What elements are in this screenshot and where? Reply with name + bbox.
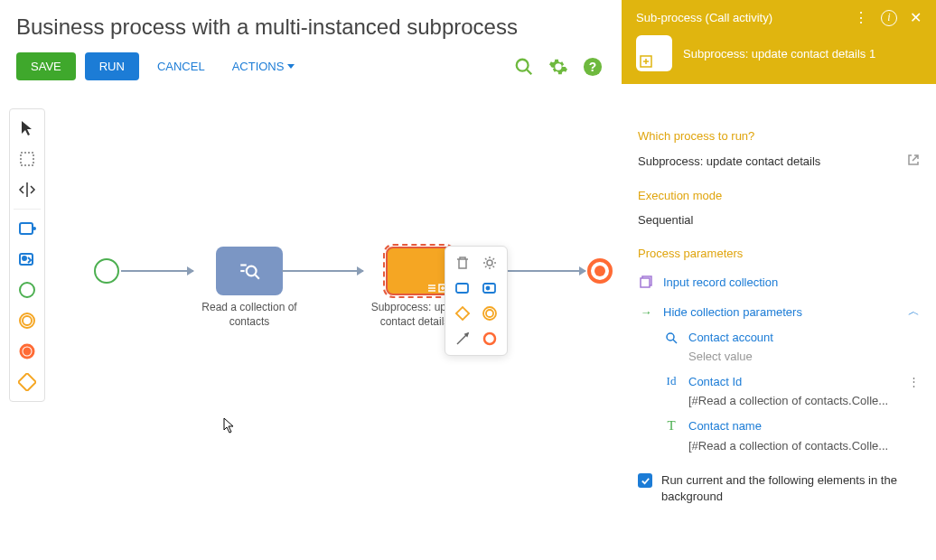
user-task-shape[interactable]	[14, 246, 41, 273]
multi-instance-icon	[427, 282, 436, 291]
svg-rect-6	[20, 223, 33, 234]
canvas[interactable]: Read a collection of contacts Subprocess…	[54, 108, 622, 560]
contact-id-param[interactable]: Contact Id	[688, 375, 742, 388]
execution-mode-label: Execution mode	[638, 189, 920, 202]
hide-collection-toggle[interactable]: Hide collection parameters	[663, 305, 802, 319]
svg-point-12	[23, 316, 32, 325]
sequence-flow[interactable]	[282, 270, 363, 272]
svg-point-29	[487, 287, 490, 290]
svg-rect-15	[18, 373, 36, 391]
start-event-shape[interactable]	[14, 276, 41, 303]
svg-text:?: ?	[589, 60, 596, 73]
end-event-option[interactable]	[479, 328, 501, 350]
execution-mode-value[interactable]: Sequential	[638, 213, 693, 227]
save-button[interactable]: SAVE	[16, 52, 76, 80]
svg-line-19	[256, 275, 259, 278]
svg-point-39	[667, 333, 674, 341]
input-record-link[interactable]: Input record collection	[663, 275, 778, 289]
page-title: Business process with a multi-instanced …	[16, 14, 605, 40]
element-name: Subprocess: update contact details 1	[683, 47, 875, 61]
svg-line-40	[673, 340, 677, 343]
intermediate-event-option[interactable]	[479, 303, 501, 324]
close-icon[interactable]: ✕	[910, 9, 922, 26]
collection-icon	[638, 275, 654, 289]
info-icon[interactable]: i	[881, 10, 897, 26]
svg-point-9	[23, 257, 26, 260]
contact-name-value[interactable]: [#Read a collection of contacts.Colle...	[663, 437, 920, 460]
more-icon[interactable]: ⋮	[908, 375, 920, 388]
more-icon[interactable]: ⋮	[854, 9, 868, 26]
svg-rect-27	[456, 284, 468, 293]
svg-point-14	[24, 349, 30, 354]
chevron-up-icon[interactable]: ︿	[908, 303, 920, 320]
task-shape-option[interactable]	[452, 277, 473, 299]
id-icon: Id	[663, 374, 679, 388]
toolbar: SAVE RUN CANCEL ACTIONS ?	[16, 52, 605, 80]
pointer-tool[interactable]	[14, 115, 41, 142]
svg-rect-4	[21, 153, 33, 165]
search-icon[interactable]	[511, 54, 537, 79]
contact-id-value[interactable]: [#Read a collection of contacts.Colle...	[663, 392, 920, 415]
palette	[9, 108, 45, 402]
run-background-label: Run current and the following elements i…	[661, 472, 920, 505]
svg-rect-38	[641, 278, 650, 287]
flow-option[interactable]	[452, 328, 473, 350]
cursor-icon	[223, 417, 236, 434]
element-type-label: Sub-process (Call activity)	[636, 11, 772, 24]
search-icon	[663, 331, 679, 344]
intermediate-event-shape[interactable]	[14, 307, 41, 334]
svg-line-1	[527, 69, 532, 74]
svg-point-26	[487, 260, 492, 266]
svg-point-0	[517, 59, 529, 70]
help-icon[interactable]: ?	[580, 54, 605, 79]
svg-rect-30	[456, 307, 469, 320]
contact-account-value[interactable]: Select value	[663, 348, 920, 370]
contact-account-param[interactable]: Contact account	[688, 331, 773, 344]
task-shape[interactable]	[14, 215, 41, 242]
node-context-menu	[445, 246, 508, 356]
open-link-icon[interactable]	[907, 154, 920, 169]
arrow-right-icon: →	[638, 305, 654, 319]
lasso-tool[interactable]	[14, 176, 41, 203]
svg-point-34	[484, 333, 495, 344]
gateway-shape[interactable]	[14, 369, 41, 396]
svg-point-7	[33, 228, 35, 229]
read-task-label: Read a collection of contacts	[195, 301, 304, 329]
gear-icon[interactable]	[546, 54, 571, 79]
element-thumbnail	[636, 35, 672, 71]
start-event-node[interactable]	[94, 258, 119, 284]
select-tool[interactable]	[14, 145, 41, 173]
which-process-label: Which process to run?	[638, 129, 920, 143]
subprocess-node[interactable]	[386, 247, 453, 295]
run-background-checkbox[interactable]	[638, 473, 652, 488]
actions-label: ACTIONS	[232, 60, 285, 73]
sequence-flow[interactable]	[121, 270, 193, 272]
svg-point-10	[20, 283, 34, 297]
actions-dropdown[interactable]: ACTIONS	[223, 52, 304, 80]
contact-name-param[interactable]: Contact name	[688, 419, 762, 433]
process-parameters-label: Process parameters	[638, 247, 920, 260]
caret-down-icon	[287, 64, 295, 69]
text-icon: T	[663, 418, 679, 434]
user-task-shape-option[interactable]	[479, 277, 501, 299]
run-button[interactable]: RUN	[85, 52, 139, 80]
end-event-shape[interactable]	[14, 338, 41, 365]
end-event-node[interactable]	[587, 258, 613, 284]
svg-point-18	[247, 266, 257, 276]
gateway-shape-option[interactable]	[452, 303, 473, 324]
which-process-value[interactable]: Subprocess: update contact details	[638, 154, 820, 168]
delete-icon[interactable]	[452, 252, 473, 274]
read-task-node[interactable]	[216, 247, 283, 295]
cancel-button[interactable]: CANCEL	[148, 52, 214, 80]
svg-point-32	[486, 310, 493, 317]
properties-panel: Sub-process (Call activity) ⋮ i ✕ Subpro…	[622, 0, 936, 560]
gear-icon[interactable]	[479, 252, 501, 274]
